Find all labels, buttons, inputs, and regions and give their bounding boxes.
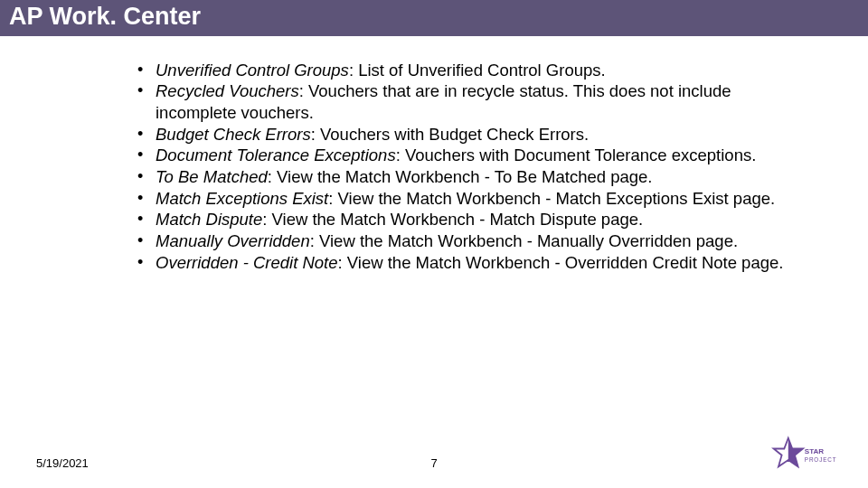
list-item: Recycled Vouchers: Vouchers that are in … bbox=[156, 80, 796, 123]
bullet-desc: : View the Match Workbench - Manually Ov… bbox=[310, 231, 738, 250]
bullet-term: Recycled Vouchers bbox=[156, 81, 299, 100]
star-icon: STAR PROJECT bbox=[770, 436, 852, 470]
slide-title: AP Work. Center bbox=[9, 3, 201, 30]
list-item: Overridden - Credit Note: View the Match… bbox=[156, 252, 796, 274]
slide-body: Unverified Control Groups: List of Unver… bbox=[0, 36, 868, 274]
bullet-term: Match Exceptions Exist bbox=[156, 189, 328, 208]
bullet-term: Overridden - Credit Note bbox=[156, 253, 338, 272]
bullet-desc: : View the Match Workbench - Match Dispu… bbox=[262, 210, 643, 229]
svg-text:PROJECT: PROJECT bbox=[805, 456, 837, 463]
bullet-term: To Be Matched bbox=[156, 167, 268, 186]
bullet-term: Document Tolerance Exceptions bbox=[156, 145, 396, 164]
list-item: Document Tolerance Exceptions: Vouchers … bbox=[156, 145, 796, 166]
slide-footer: 5/19/2021 7 STAR PROJECT bbox=[0, 439, 868, 475]
bullet-desc: : List of Unverified Control Groups. bbox=[349, 61, 606, 80]
star-project-logo: STAR PROJECT bbox=[770, 436, 852, 474]
bullet-term: Unverified Control Groups bbox=[156, 61, 349, 80]
page-number: 7 bbox=[430, 456, 437, 470]
list-item: To Be Matched: View the Match Workbench … bbox=[156, 166, 796, 188]
list-item: Match Dispute: View the Match Workbench … bbox=[156, 209, 796, 230]
bullet-term: Budget Check Errors bbox=[156, 125, 311, 144]
list-item: Manually Overridden: View the Match Work… bbox=[156, 230, 796, 252]
footer-date: 5/19/2021 bbox=[36, 456, 89, 470]
bullet-desc: : Vouchers with Document Tolerance excep… bbox=[396, 145, 757, 164]
bullet-desc: : View the Match Workbench - Match Excep… bbox=[328, 189, 775, 208]
list-item: Match Exceptions Exist: View the Match W… bbox=[156, 188, 796, 210]
bullet-desc: : Vouchers with Budget Check Errors. bbox=[311, 125, 589, 144]
bullet-term: Match Dispute bbox=[156, 210, 262, 229]
bullet-desc: : View the Match Workbench - To Be Match… bbox=[268, 167, 653, 186]
bullet-term: Manually Overridden bbox=[156, 231, 310, 250]
bullet-list: Unverified Control Groups: List of Unver… bbox=[136, 60, 796, 274]
svg-text:STAR: STAR bbox=[805, 447, 825, 455]
bullet-desc: : View the Match Workbench - Overridden … bbox=[338, 253, 784, 272]
list-item: Unverified Control Groups: List of Unver… bbox=[156, 60, 796, 81]
list-item: Budget Check Errors: Vouchers with Budge… bbox=[156, 124, 796, 145]
slide-header: AP Work. Center bbox=[0, 0, 868, 36]
